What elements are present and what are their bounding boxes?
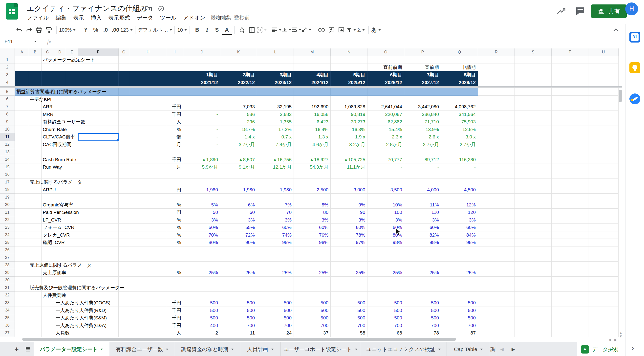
cell-N26[interactable] — [331, 246, 368, 254]
cell-I24[interactable]: % — [167, 231, 183, 239]
cell-B15[interactable] — [29, 163, 42, 171]
row-header-5[interactable]: 5 — [0, 88, 15, 96]
cell-L3[interactable]: 3期目 — [257, 71, 294, 79]
cell-E6[interactable] — [66, 96, 78, 103]
cell-S18[interactable] — [515, 186, 552, 194]
cell-Q36[interactable]: 700 — [441, 322, 478, 329]
cell-B7[interactable] — [29, 103, 42, 111]
row-header-34[interactable]: 34 — [0, 307, 15, 314]
calendar-icon[interactable]: 31 — [630, 32, 640, 43]
cell-P16[interactable] — [404, 171, 441, 179]
cell-H18[interactable] — [129, 186, 167, 194]
cell-S34[interactable] — [515, 307, 552, 314]
cell-T24[interactable] — [552, 231, 588, 239]
cell-S30[interactable] — [515, 277, 552, 284]
cell-L30[interactable] — [257, 277, 294, 284]
cell-I15[interactable]: 月 — [167, 163, 183, 171]
cell-U36[interactable] — [588, 322, 618, 329]
cell-O9[interactable]: 62,882 — [368, 118, 404, 126]
row-header-16[interactable]: 16 — [0, 171, 15, 179]
sheet-tab-4[interactable]: ユーザーコホート設定シート — [281, 342, 360, 356]
cell-P19[interactable] — [404, 194, 441, 201]
cell-E10[interactable] — [66, 126, 78, 134]
cell-F21[interactable] — [78, 209, 118, 216]
cell-K7[interactable]: 7,033 — [220, 103, 257, 111]
cell-B25[interactable] — [29, 239, 42, 246]
cell-M19[interactable] — [294, 194, 331, 201]
cell-K35[interactable]: 500 — [220, 314, 257, 322]
insert-chart-button[interactable] — [336, 25, 346, 35]
cell-H17[interactable] — [129, 178, 167, 186]
cell-Q11[interactable]: 3.0 x — [441, 133, 478, 141]
cell-M35[interactable]: 500 — [294, 314, 331, 322]
cell-T7[interactable] — [552, 103, 588, 111]
cell-A12[interactable] — [15, 141, 29, 149]
format-percent-button[interactable]: % — [91, 25, 100, 35]
cell-E25[interactable] — [66, 239, 78, 246]
cell-U5[interactable] — [588, 88, 618, 96]
cell-C30[interactable] — [42, 277, 54, 284]
cell-J25[interactable]: 80% — [183, 239, 220, 246]
cell-A30[interactable] — [15, 277, 29, 284]
cell-K3[interactable]: 2期目 — [220, 71, 257, 79]
cell-A24[interactable] — [15, 231, 29, 239]
cell-K2[interactable] — [220, 64, 257, 72]
cell-S32[interactable] — [515, 292, 552, 299]
cell-T16[interactable] — [552, 171, 588, 179]
cell-O34[interactable]: 500 — [368, 307, 404, 314]
cell-B4[interactable] — [29, 79, 42, 87]
cell-F19[interactable] — [78, 194, 118, 201]
cell-N35[interactable]: 500 — [331, 314, 368, 322]
cell-T29[interactable] — [552, 269, 588, 277]
frozen-rows-divider[interactable] — [0, 86, 622, 88]
menu-item-1[interactable]: 編集 — [56, 14, 66, 22]
cell-U25[interactable] — [588, 239, 618, 246]
cell-K34[interactable]: 500 — [220, 307, 257, 314]
selected-cell-F11[interactable] — [78, 133, 118, 141]
insert-link-button[interactable] — [316, 25, 326, 35]
cell-Q25[interactable]: 98% — [441, 239, 478, 246]
row-header-21[interactable]: 21 — [0, 209, 15, 216]
cell-O6[interactable] — [368, 96, 404, 103]
cell-R20[interactable] — [478, 201, 515, 209]
cell-O2[interactable]: 直前前期 — [368, 64, 404, 72]
cell-I16[interactable] — [167, 171, 183, 179]
menu-item-5[interactable]: データ — [137, 14, 153, 22]
cell-J11[interactable]: - — [183, 133, 220, 141]
cell-L14[interactable]: ▲16,756 — [257, 156, 294, 164]
row-header-35[interactable]: 35 — [0, 314, 15, 322]
cell-L26[interactable] — [257, 246, 294, 254]
cell-N5[interactable] — [331, 88, 368, 96]
cell-Q21[interactable]: 120 — [441, 209, 478, 216]
sheets-logo-icon[interactable] — [6, 3, 18, 20]
cell-B21[interactable] — [29, 209, 42, 216]
cell-Q37[interactable]: 87 — [441, 329, 478, 337]
row-header-10[interactable]: 10 — [0, 126, 15, 134]
cell-E18[interactable] — [66, 186, 78, 194]
cell-R30[interactable] — [478, 277, 515, 284]
cell-U14[interactable] — [588, 156, 618, 164]
cell-C19[interactable] — [42, 194, 54, 201]
cell-G32[interactable] — [118, 292, 129, 299]
cell-H23[interactable] — [129, 224, 167, 231]
cell-P9[interactable]: 71,710 — [404, 118, 441, 126]
cell-Q12[interactable]: 2.7か月 — [441, 141, 478, 149]
cell-H31[interactable] — [129, 284, 167, 292]
cell-D27[interactable] — [54, 254, 66, 262]
cell-L20[interactable]: 7% — [257, 201, 294, 209]
cell-L5[interactable] — [257, 88, 294, 96]
cell-D30[interactable] — [54, 277, 66, 284]
font-select[interactable]: デフォルト… — [138, 25, 172, 35]
cell-U23[interactable] — [588, 224, 618, 231]
cell-N3[interactable]: 5期目 — [331, 71, 368, 79]
cell-E7[interactable] — [66, 103, 78, 111]
column-header-H[interactable]: H — [129, 49, 167, 56]
cell-K17[interactable] — [220, 178, 257, 186]
cell-I33[interactable]: 千円 — [167, 299, 183, 307]
cell-S36[interactable] — [515, 322, 552, 329]
sheet-tab-3[interactable]: 人員計画 — [240, 342, 281, 356]
cell-P8[interactable]: 286,840 — [404, 111, 441, 118]
cell-F7[interactable] — [78, 103, 118, 111]
cell-Q27[interactable] — [441, 254, 478, 262]
cell-K9[interactable]: 296 — [220, 118, 257, 126]
